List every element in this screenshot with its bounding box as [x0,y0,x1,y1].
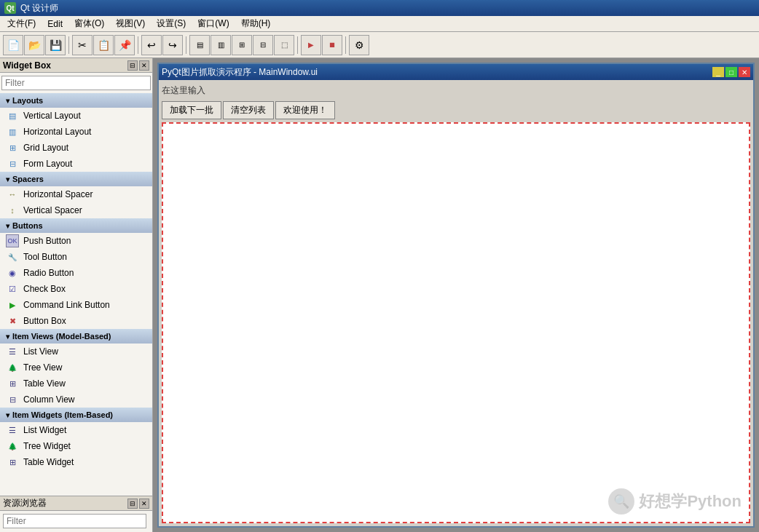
toolbar-layout-h[interactable]: ▤ [189,35,210,55]
resource-browser-filter-area [0,511,152,531]
check-box-label: Check Box [23,284,66,294]
toolbar-sep-2 [138,36,138,54]
column-view-label: Column View [23,394,74,405]
inner-minimize-btn[interactable]: _ [712,67,724,77]
tree-widget-icon: 🌲 [6,440,19,453]
resource-browser-close-btn[interactable]: ✕ [139,499,149,509]
tree-view-label: Tree View [23,362,62,373]
inner-maximize-btn[interactable]: □ [725,67,737,77]
inner-close-btn[interactable]: ✕ [739,67,750,77]
tool-button-icon: 🔧 [6,250,19,263]
widget-box-filter[interactable] [1,76,151,90]
toolbar-save[interactable]: 💾 [45,35,66,55]
resource-browser-title: 资源浏览器 [3,497,47,509]
push-button-icon: OK [6,234,19,247]
toolbar-settings[interactable]: ⚙ [349,35,369,55]
button-box-label: Button Box [23,316,66,326]
table-view-icon: ⊞ [6,377,19,390]
load-next-batch-btn[interactable]: 加载下一批 [162,101,221,119]
widget-item-list-view[interactable]: ☰ List View [0,344,152,360]
toolbar-layout-v[interactable]: ▥ [211,35,231,55]
widget-item-vertical-layout[interactable]: ▤ Vertical Layout [0,108,152,124]
category-item-views-label: Item Views (Model-Based) [12,332,111,341]
horizontal-layout-icon: ▥ [6,125,19,138]
toolbar-copy[interactable]: 📋 [93,35,114,55]
widget-item-table-widget[interactable]: ⊞ Table Widget [0,454,152,470]
resource-browser-float-btn[interactable]: ⊟ [127,499,138,509]
widget-item-command-link[interactable]: ▶ Command Link Button [0,297,152,313]
vertical-spacer-icon: ↕ [6,204,19,217]
menu-view[interactable]: 视图(V) [110,16,151,31]
resource-browser-filter[interactable] [3,514,146,528]
category-item-widgets-label: Item Widgets (Item-Based) [12,410,113,419]
vertical-spacer-label: Vertical Spacer [23,205,82,215]
layouts-arrow: ▾ [6,97,9,105]
widget-item-check-box[interactable]: ☑ Check Box [0,281,152,297]
widget-box-controls: ⊟ ✕ [127,60,149,71]
menu-window-form[interactable]: 窗体(O) [68,16,110,31]
category-buttons[interactable]: ▾ Buttons [0,218,152,233]
column-view-icon: ⊟ [6,393,19,406]
toolbar-layout-grid[interactable]: ⊞ [232,35,252,55]
menu-file[interactable]: 文件(F) [1,16,42,31]
toolbar-open[interactable]: 📂 [24,35,44,55]
toolbar-preview[interactable]: ▶ [301,35,321,55]
widget-item-form-layout[interactable]: ⊟ Form Layout [0,156,152,172]
menu-settings[interactable]: 设置(S) [151,16,192,31]
list-widget-icon: ☰ [6,424,19,437]
tree-view-icon: 🌲 [6,361,19,374]
toolbar-layout-form[interactable]: ⊟ [253,35,273,55]
widget-item-radio-button[interactable]: ◉ Radio Button [0,265,152,281]
widget-box-close-btn[interactable]: ✕ [139,60,149,71]
widget-item-horizontal-layout[interactable]: ▥ Horizontal Layout [0,124,152,140]
widget-item-list-widget[interactable]: ☰ List Widget [0,422,152,438]
grid-layout-icon: ⊞ [6,141,19,154]
inner-window-title-bar: PyQt图片抓取演示程序 - MainWindow.ui _ □ ✕ [159,64,753,80]
toolbar-break[interactable]: ⬚ [274,35,294,55]
item-widgets-arrow: ▾ [6,411,9,419]
menu-help[interactable]: 帮助(H) [235,16,277,31]
category-item-views[interactable]: ▾ Item Views (Model-Based) [0,329,152,344]
toolbar-undo[interactable]: ↩ [141,35,162,55]
clear-list-btn[interactable]: 清空列表 [223,101,274,119]
widget-item-push-button[interactable]: OK Push Button [0,233,152,249]
toolbar-cut[interactable]: ✂ [72,35,93,55]
widget-item-column-view[interactable]: ⊟ Column View [0,392,152,408]
button-row: 加载下一批 清空列表 欢迎使用！ [162,101,750,119]
radio-button-label: Radio Button [23,268,74,278]
category-layouts[interactable]: ▾ Layouts [0,93,152,108]
toolbar-paste[interactable]: 📌 [114,35,135,55]
widget-item-tool-button[interactable]: 🔧 Tool Button [0,249,152,265]
resource-browser-title-bar: 资源浏览器 ⊟ ✕ [0,496,152,511]
table-view-label: Table View [23,378,66,389]
widget-item-table-view[interactable]: ⊞ Table View [0,376,152,392]
toolbar-redo[interactable]: ↪ [162,35,183,55]
menu-edit[interactable]: Edit [42,17,68,31]
grid-layout-label: Grid Layout [23,143,68,153]
widget-item-vertical-spacer[interactable]: ↕ Vertical Spacer [0,202,152,218]
welcome-btn[interactable]: 欢迎使用！ [275,101,335,119]
right-area: PyQt图片抓取演示程序 - MainWindow.ui _ □ ✕ 在这里输入… [153,58,759,532]
widget-item-horizontal-spacer[interactable]: ↔ Horizontal Spacer [0,186,152,202]
horizontal-layout-label: Horizontal Layout [23,127,91,137]
widget-item-tree-view[interactable]: 🌲 Tree View [0,360,152,376]
category-spacers[interactable]: ▾ Spacers [0,172,152,186]
list-view-label: List View [23,346,58,357]
widget-item-grid-layout[interactable]: ⊞ Grid Layout [0,140,152,156]
menu-window[interactable]: 窗口(W) [192,16,235,31]
widget-item-tree-widget[interactable]: 🌲 Tree Widget [0,438,152,454]
toolbar-sep-3 [186,36,186,54]
canvas-area[interactable]: 🔍 好想学Python [162,122,750,523]
widget-item-button-box[interactable]: ✖ Button Box [0,313,152,329]
widget-box-float-btn[interactable]: ⊟ [127,60,138,71]
toolbar-new[interactable]: 📄 [3,35,23,55]
widget-box: Widget Box ⊟ ✕ ▾ Layouts ▤ Vertical Layo… [0,58,153,532]
vertical-layout-icon: ▤ [6,109,19,122]
toolbar-sep-4 [297,36,298,54]
category-item-widgets[interactable]: ▾ Item Widgets (Item-Based) [0,408,152,422]
command-link-icon: ▶ [6,298,19,311]
radio-button-icon: ◉ [6,266,19,279]
widget-list: ▾ Layouts ▤ Vertical Layout ▥ Horizontal… [0,93,152,496]
toolbar-sep-1 [68,36,69,54]
toolbar-stop[interactable]: ⏹ [322,35,342,55]
